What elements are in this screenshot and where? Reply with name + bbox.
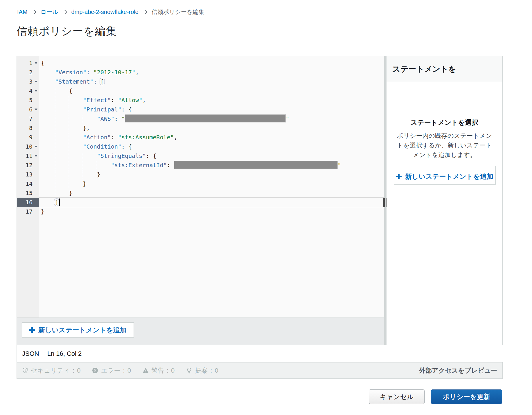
indent-guide <box>69 133 69 141</box>
gutter-line-17[interactable]: 17 <box>17 207 39 216</box>
page-title: 信頼ポリシーを編集 <box>17 24 117 39</box>
fold-arrow-icon[interactable] <box>35 109 37 111</box>
gutter-line-2[interactable]: 2 <box>17 68 39 77</box>
indent-guide <box>83 161 83 169</box>
breadcrumb: IAM ロール dmp-abc-2-snowflake-role 信頼ポリシーを… <box>17 8 204 16</box>
warning-icon <box>143 367 149 374</box>
code-line-11[interactable]: "StringEquals": { <box>39 151 384 160</box>
code-line-17[interactable]: } <box>39 207 384 216</box>
side-panel-title: ステートメントを <box>387 56 502 82</box>
breadcrumb-roles[interactable]: ロール <box>41 8 58 16</box>
fold-arrow-icon[interactable] <box>35 62 37 64</box>
indent-guide <box>55 115 55 123</box>
select-statement-description: ポリシー内の既存のステートメントを選択するか、新しいステートメントを追加します。 <box>394 131 495 160</box>
indent-guide <box>55 142 55 151</box>
indent-guide <box>69 170 69 178</box>
breadcrumb-iam[interactable]: IAM <box>17 9 28 15</box>
gutter-line-15[interactable]: 15 <box>17 188 39 198</box>
code-line-3[interactable]: "Statement": [ <box>39 77 384 86</box>
fold-arrow-icon[interactable] <box>35 146 37 148</box>
breadcrumb-role-name[interactable]: dmp-abc-2-snowflake-role <box>71 9 139 15</box>
indent-guide <box>69 105 69 113</box>
statement-side-panel: ステートメントを ステートメントを選択 ポリシー内の既存のステートメントを選択す… <box>387 56 502 345</box>
add-statement-button[interactable]: 新しいステートメントを追加 <box>22 322 134 338</box>
code-line-15[interactable]: } <box>39 188 384 198</box>
indent-guide <box>55 133 55 141</box>
gutter-line-5[interactable]: 5 <box>17 95 39 105</box>
editor-issue-bar: セキュリティ: 0 エラー: 0 警告: 0 提案: <box>17 362 502 378</box>
code-line-7[interactable]: "AWS": "" <box>39 114 384 123</box>
indent-guide <box>55 189 55 197</box>
panel-add-statement-button[interactable]: 新しいステートメントを追加 <box>394 166 496 185</box>
fold-arrow-icon[interactable] <box>35 81 37 83</box>
gutter-line-4[interactable]: 4 <box>17 86 39 95</box>
indent-guide <box>69 180 69 188</box>
indent-guide <box>83 170 83 178</box>
indent-guide <box>97 161 97 169</box>
error-findings[interactable]: エラー: 0 <box>92 366 131 375</box>
editor-status-bar: JSON Ln 16, Col 2 <box>17 345 508 362</box>
code-line-12[interactable]: "sts:ExternalId": " <box>39 160 384 170</box>
gutter-line-12[interactable]: 12 <box>17 160 39 170</box>
chevron-right-icon <box>32 10 36 15</box>
gutter-line-7[interactable]: 7 <box>17 114 39 123</box>
chevron-right-icon <box>143 10 147 15</box>
fold-arrow-icon[interactable] <box>35 155 37 157</box>
fold-arrow-icon[interactable] <box>35 90 37 92</box>
indent-guide <box>69 96 69 104</box>
error-icon <box>92 367 98 374</box>
plus-icon <box>396 174 402 179</box>
indent-guide <box>55 161 55 169</box>
indent-guide <box>83 152 83 160</box>
security-findings[interactable]: セキュリティ: 0 <box>22 366 80 375</box>
gutter-line-1[interactable]: 1 <box>17 58 39 68</box>
security-count: 0 <box>77 367 80 374</box>
code-line-1[interactable]: { <box>39 58 384 68</box>
editor-bottom-strip: 新しいステートメントを追加 <box>17 317 384 345</box>
code-line-6[interactable]: "Principal": { <box>39 105 384 114</box>
indent-guide <box>55 152 55 160</box>
code-line-13[interactable]: } <box>39 170 384 179</box>
code-line-2[interactable]: "Version": "2012-10-17", <box>39 68 384 77</box>
code-line-5[interactable]: "Effect": "Allow", <box>39 95 384 105</box>
preview-external-access-link[interactable]: 外部アクセスをプレビュー <box>419 366 497 375</box>
shield-icon <box>22 367 28 374</box>
indent-guide <box>69 115 69 123</box>
indent-guide <box>69 124 69 132</box>
gutter-line-16[interactable]: 16 <box>17 198 39 207</box>
gutter-line-3[interactable]: 3 <box>17 77 39 86</box>
code-line-10[interactable]: "Condition": { <box>39 142 384 151</box>
json-policy-editor[interactable]: 1234567891011121314151617 { "Version": "… <box>17 56 384 317</box>
code-line-14[interactable]: } <box>39 179 384 188</box>
breadcrumb-current: 信頼ポリシーを編集 <box>152 8 204 16</box>
cancel-button[interactable]: キャンセル <box>369 389 425 404</box>
warning-findings[interactable]: 警告: 0 <box>143 366 175 375</box>
gutter-line-13[interactable]: 13 <box>17 170 39 179</box>
code-line-9[interactable]: "Action": "sts:AssumeRole", <box>39 133 384 142</box>
indent-guide <box>55 87 55 95</box>
gutter-line-9[interactable]: 9 <box>17 133 39 142</box>
gutter-line-14[interactable]: 14 <box>17 179 39 188</box>
code-line-16[interactable]: ] <box>39 197 384 207</box>
suggestion-count: 0 <box>215 367 218 374</box>
panel-add-statement-label: 新しいステートメントを追加 <box>405 173 493 180</box>
add-statement-label: 新しいステートメントを追加 <box>38 326 127 335</box>
error-count: 0 <box>127 367 131 374</box>
gutter-line-6[interactable]: 6 <box>17 105 39 114</box>
gutter-line-11[interactable]: 11 <box>17 151 39 160</box>
indent-guide <box>55 105 55 113</box>
plus-icon <box>29 327 35 333</box>
gutter-line-8[interactable]: 8 <box>17 123 39 133</box>
gutter-line-10[interactable]: 10 <box>17 142 39 151</box>
warning-count: 0 <box>171 367 175 374</box>
code-line-8[interactable]: }, <box>39 123 384 133</box>
code-line-4[interactable]: { <box>39 86 384 95</box>
indent-guide <box>69 152 69 160</box>
page-footer: キャンセル ポリシーを更新 <box>17 389 502 404</box>
editor-code-area[interactable]: { "Version": "2012-10-17", "Statement": … <box>39 58 384 216</box>
suggestion-findings[interactable]: 提案: 0 <box>186 366 218 375</box>
matched-bracket: ] <box>54 199 59 206</box>
chevron-right-icon <box>62 10 67 15</box>
update-policy-button[interactable]: ポリシーを更新 <box>431 389 502 404</box>
redacted-value <box>125 114 286 122</box>
